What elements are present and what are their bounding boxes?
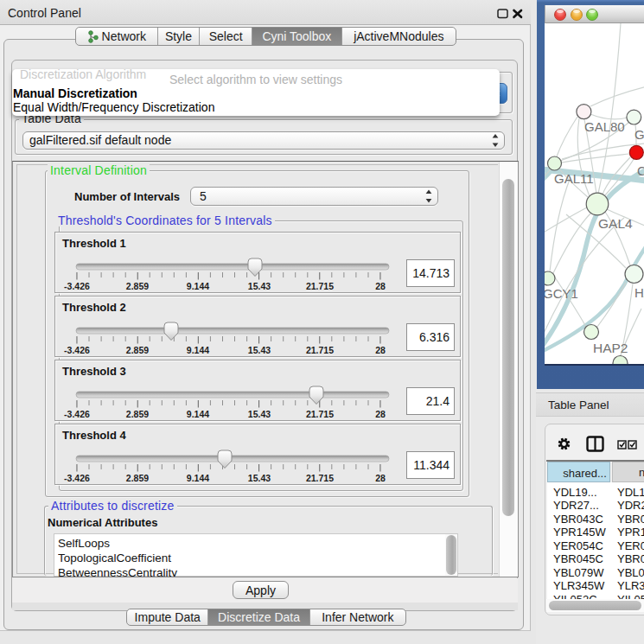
svg-text:HAP2: HAP2	[593, 341, 628, 355]
svg-text:GCY1: GCY1	[545, 286, 578, 301]
svg-text:GAL80: GAL80	[584, 119, 625, 134]
svg-text:HA: HA	[634, 285, 644, 300]
svg-text:GAL4: GAL4	[598, 216, 633, 231]
svg-text:G.: G.	[634, 127, 644, 142]
svg-text:C: C	[637, 163, 644, 178]
svg-text:GAL11: GAL11	[554, 171, 594, 186]
